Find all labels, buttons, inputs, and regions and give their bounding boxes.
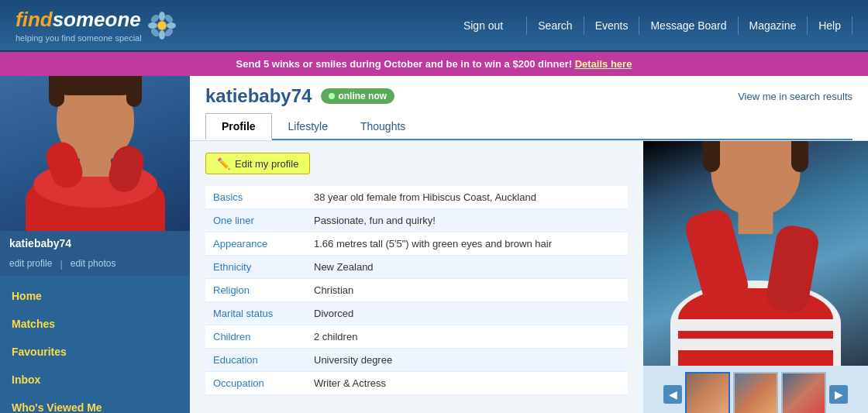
field-label-children: Children	[205, 325, 306, 349]
edit-profile-btn-label: Edit my profile	[235, 158, 298, 170]
sidebar-item-inbox[interactable]: Inbox	[0, 366, 190, 394]
photo-panel: ◀ ▶ Photo 1 of 5	[643, 141, 868, 413]
field-label-basics: Basics	[205, 186, 306, 209]
sidebar-nav: Home Matches Favourites Inbox Who's View…	[0, 276, 190, 413]
field-value-basics: 38 year old female from Hibiscus Coast, …	[306, 186, 628, 209]
field-label-one-liner: One liner	[205, 209, 306, 232]
table-row: Marital status Divorced	[205, 302, 628, 325]
field-value-education: University degree	[306, 349, 628, 372]
sidebar-item-matches[interactable]: Matches	[0, 310, 190, 338]
sidebar-edit-links: edit profile | edit photos	[0, 256, 190, 276]
field-value-appearance: 1.66 metres tall (5'5") with green eyes …	[306, 232, 628, 256]
photo-thumb-2[interactable]	[733, 372, 778, 413]
svg-point-4	[167, 22, 176, 29]
photo-thumb-3[interactable]	[781, 372, 826, 413]
photo-nav: ◀ ▶	[643, 366, 868, 413]
profile-table: Basics 38 year old female from Hibiscus …	[205, 186, 628, 395]
profile-body: ✏️ Edit my profile Basics 38 year old fe…	[190, 141, 868, 413]
profile-username-heading: katiebaby74	[205, 85, 312, 107]
promo-text: Send 5 winks or smiles during October an…	[236, 58, 572, 70]
table-row: Ethnicity New Zealand	[205, 256, 628, 279]
promo-banner: Send 5 winks or smiles during October an…	[0, 52, 868, 76]
online-dot-icon	[329, 93, 335, 99]
online-status-label: online now	[338, 91, 387, 102]
tab-lifestyle[interactable]: Lifestyle	[272, 113, 344, 139]
view-in-search-link[interactable]: View me in search results	[738, 91, 852, 102]
field-label-ethnicity: Ethnicity	[205, 256, 306, 279]
profile-header: katiebaby74 online now View me in search…	[190, 76, 868, 141]
profile-details: ✏️ Edit my profile Basics 38 year old fe…	[190, 141, 643, 413]
nav-search[interactable]: Search	[526, 16, 584, 35]
tab-profile[interactable]: Profile	[205, 113, 272, 140]
sidebar-profile-photo	[0, 76, 190, 231]
sidebar: katiebaby74 edit profile | edit photos H…	[0, 76, 190, 413]
table-row: Religion Christian	[205, 279, 628, 302]
logo-flower-icon	[146, 10, 177, 41]
field-value-marital: Divorced	[306, 302, 628, 325]
profile-tabs: Profile Lifestyle Thoughts	[205, 113, 852, 140]
field-value-one-liner: Passionate, fun and quirky!	[306, 209, 628, 232]
field-value-children: 2 children	[306, 325, 628, 349]
field-label-religion: Religion	[205, 279, 306, 302]
svg-point-2	[159, 30, 165, 40]
field-label-education: Education	[205, 349, 306, 372]
photo-next-button[interactable]: ▶	[829, 385, 848, 404]
photo-prev-button[interactable]: ◀	[663, 385, 682, 404]
nav-events[interactable]: Events	[584, 16, 640, 35]
sidebar-item-home[interactable]: Home	[0, 282, 190, 310]
table-row: One liner Passionate, fun and quirky!	[205, 209, 628, 232]
tab-thoughts[interactable]: Thoughts	[344, 113, 422, 139]
sidebar-item-whos-viewed-me[interactable]: Who's Viewed Me	[0, 394, 190, 413]
nav-help[interactable]: Help	[808, 16, 852, 35]
edit-profile-button[interactable]: ✏️ Edit my profile	[205, 153, 310, 174]
online-badge: online now	[321, 88, 394, 104]
field-value-occupation: Writer & Actress	[306, 372, 628, 395]
promo-link[interactable]: Details here	[575, 58, 632, 70]
logo-area: findsomeone helping you find someone spe…	[16, 8, 177, 43]
table-row: Education University degree	[205, 349, 628, 372]
profile-name-row: katiebaby74 online now View me in search…	[205, 85, 852, 107]
field-label-appearance: Appearance	[205, 232, 306, 256]
table-row: Basics 38 year old female from Hibiscus …	[205, 186, 628, 209]
content-area: katiebaby74 online now View me in search…	[190, 76, 868, 413]
field-label-marital: Marital status	[205, 302, 306, 325]
header-nav: Search Events Message Board Magazine Hel…	[526, 16, 852, 35]
photo-thumb-1[interactable]	[685, 372, 730, 413]
main-photo	[643, 141, 868, 366]
header: findsomeone helping you find someone spe…	[0, 0, 868, 52]
field-label-occupation: Occupation	[205, 372, 306, 395]
logo-text: findsomeone	[16, 8, 142, 32]
logo-tagline: helping you find someone special	[16, 33, 142, 43]
table-row: Children 2 children	[205, 325, 628, 349]
sidebar-item-favourites[interactable]: Favourites	[0, 338, 190, 366]
nav-message-board[interactable]: Message Board	[639, 16, 738, 35]
nav-magazine[interactable]: Magazine	[739, 16, 808, 35]
main-layout: katiebaby74 edit profile | edit photos H…	[0, 76, 868, 413]
logo: findsomeone helping you find someone spe…	[16, 8, 177, 43]
table-row: Occupation Writer & Actress	[205, 372, 628, 395]
pencil-icon: ✏️	[217, 157, 230, 170]
svg-point-3	[148, 22, 157, 29]
table-row: Appearance 1.66 metres tall (5'5") with …	[205, 232, 628, 256]
edit-photos-sidebar-link[interactable]: edit photos	[71, 258, 116, 270]
profile-name-left: katiebaby74 online now	[205, 85, 394, 107]
svg-point-9	[158, 22, 166, 29]
edit-profile-sidebar-link[interactable]: edit profile	[9, 258, 52, 270]
field-value-religion: Christian	[306, 279, 628, 302]
sidebar-username: katiebaby74	[0, 231, 190, 256]
svg-point-1	[159, 12, 165, 21]
signout-link[interactable]: Sign out	[463, 19, 503, 32]
field-value-ethnicity: New Zealand	[306, 256, 628, 279]
